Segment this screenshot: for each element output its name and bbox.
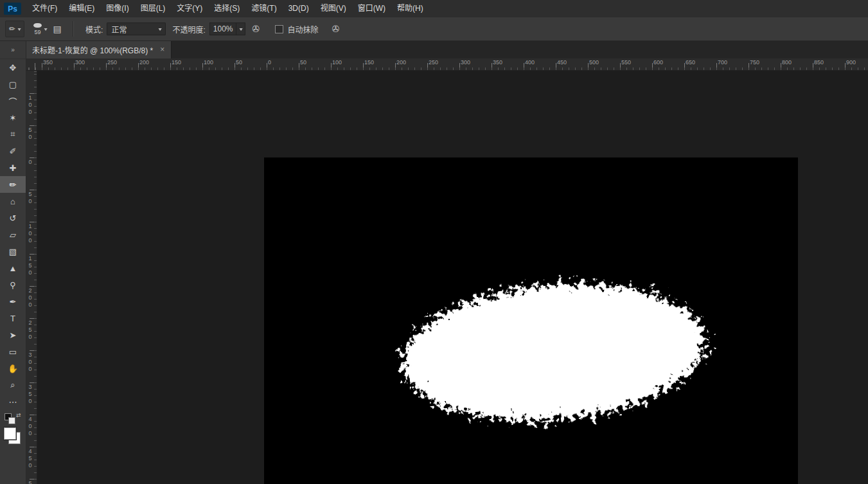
- hruler-label: 900: [846, 59, 856, 66]
- tools-panel: » ✥▢⌒✶⌗✐✚✏⌂↺▱▧▲⚲✒T➤▭✋⌕⋯ ⇄: [0, 40, 26, 484]
- auto-erase-label: 自动抹除: [287, 24, 318, 35]
- hruler-label: 250: [429, 59, 438, 66]
- clone-stamp-tool[interactable]: ⌂: [0, 193, 26, 210]
- vruler-label: 500: [27, 480, 33, 484]
- photoshop-logo: Ps: [4, 3, 21, 15]
- opacity-label: 不透明度:: [172, 24, 205, 35]
- gradient-tool[interactable]: ▧: [0, 243, 26, 260]
- horizontal-ruler[interactable]: 3503002502001501005005010015020025030035…: [26, 58, 868, 71]
- document-tab-bar: 未标题-1-恢复的 @ 100%(RGB/8) * ×: [26, 40, 868, 58]
- menu-item[interactable]: 图层(L): [135, 0, 172, 17]
- eraser-tool[interactable]: ▱: [0, 226, 26, 243]
- history-brush-tool[interactable]: ↺: [0, 210, 26, 226]
- vruler-label: 350: [27, 384, 33, 405]
- vruler-label: 100: [27, 223, 33, 244]
- path-selection-tool[interactable]: ➤: [0, 327, 26, 343]
- blur-tool[interactable]: ▲: [0, 260, 26, 276]
- menu-item[interactable]: 文字(Y): [171, 0, 208, 17]
- opacity-dropdown-button[interactable]: ▾: [236, 22, 245, 35]
- menu-item[interactable]: 图像(I): [100, 0, 134, 17]
- edit-toolbar-button[interactable]: ⋯: [0, 393, 26, 410]
- vruler-label: 150: [27, 255, 33, 276]
- vruler-label: 50: [27, 191, 33, 205]
- close-icon[interactable]: ×: [160, 45, 164, 54]
- painted-blob: [397, 272, 711, 433]
- opacity-input[interactable]: 100%: [209, 22, 237, 35]
- foreground-color-swatch[interactable]: [4, 427, 16, 440]
- collapse-panel-button[interactable]: »: [0, 40, 26, 59]
- hruler-label: 650: [686, 59, 695, 66]
- vertical-ruler[interactable]: 10050050100150200250300350400450500: [26, 70, 37, 484]
- hand-tool[interactable]: ✋: [0, 360, 26, 377]
- chevron-down-icon: ▾: [44, 26, 47, 32]
- color-swatches: [0, 426, 26, 449]
- brush-preview: 59: [33, 23, 42, 35]
- chevron-down-icon: ▾: [159, 26, 162, 32]
- tool-list: ✥▢⌒✶⌗✐✚✏⌂↺▱▧▲⚲✒T➤▭✋⌕⋯: [0, 59, 26, 410]
- vruler-label: 200: [27, 287, 33, 309]
- tool-preset-picker[interactable]: ✏ ▾: [5, 21, 24, 37]
- hruler-label: 350: [43, 59, 53, 66]
- dodge-tool[interactable]: ⚲: [0, 276, 26, 293]
- brush-tip-icon: [33, 23, 42, 28]
- pressure-opacity-button[interactable]: ✇: [247, 21, 264, 37]
- pencil-tool-icon: ✏: [9, 24, 15, 33]
- move-tool[interactable]: ✥: [0, 59, 26, 76]
- crop-tool[interactable]: ⌗: [0, 126, 26, 143]
- hruler-label: 150: [172, 59, 181, 66]
- vruler-label: 450: [27, 448, 33, 469]
- hruler-label: 800: [782, 59, 792, 66]
- menu-item[interactable]: 编辑(E): [63, 0, 100, 17]
- toggle-brush-panel-button[interactable]: ▤: [49, 21, 66, 37]
- tool-options-bar: ✏ ▾ 59 ▾ ▤ 模式: 正常 ▾ 不透明度: 100% ▾ ✇ 自动抹除 …: [0, 17, 868, 41]
- menu-item[interactable]: 视图(V): [315, 0, 352, 17]
- menu-item[interactable]: 滤镜(T): [245, 0, 282, 17]
- document-canvas[interactable]: [264, 157, 798, 484]
- menu-bar: Ps 文件(F)编辑(E)图像(I)图层(L)文字(Y)选择(S)滤镜(T)3D…: [0, 0, 868, 18]
- healing-brush-tool[interactable]: ✚: [0, 159, 26, 176]
- hruler-label: 400: [525, 59, 535, 66]
- vruler-label: 100: [27, 94, 33, 116]
- swap-colors-icon[interactable]: ⇄: [16, 412, 21, 418]
- hruler-label: 850: [814, 59, 824, 66]
- default-background-icon: [8, 417, 15, 424]
- hruler-label: 750: [750, 59, 759, 66]
- mode-label: 模式:: [85, 24, 103, 35]
- hruler-label: 600: [653, 59, 663, 66]
- document-tab[interactable]: 未标题-1-恢复的 @ 100%(RGB/8) * ×: [26, 40, 172, 58]
- brush-preset-picker[interactable]: 59 ▾: [33, 23, 47, 35]
- menu-item[interactable]: 3D(D): [283, 0, 315, 17]
- menu-item[interactable]: 帮助(H): [391, 0, 429, 17]
- hruler-label: 150: [364, 59, 374, 66]
- hruler-label: 100: [204, 59, 213, 66]
- vruler-label: 250: [27, 319, 33, 341]
- blend-mode-value: 正常: [111, 24, 127, 35]
- canvas-viewport[interactable]: 10050050100150200250300350400450500: [26, 70, 868, 484]
- vruler-label: 300: [27, 352, 33, 373]
- menu-item[interactable]: 选择(S): [208, 0, 245, 17]
- zoom-tool[interactable]: ⌕: [0, 377, 26, 393]
- default-colors-widget[interactable]: ⇄: [0, 411, 26, 426]
- shape-tool[interactable]: ▭: [0, 343, 26, 360]
- vruler-label: 0: [27, 159, 33, 166]
- marquee-tool[interactable]: ▢: [0, 76, 26, 93]
- pen-tool[interactable]: ✒: [0, 293, 26, 310]
- brush-size-value: 59: [35, 30, 41, 35]
- type-tool[interactable]: T: [0, 310, 26, 327]
- eyedropper-tool[interactable]: ✐: [0, 143, 26, 159]
- vruler-label: 400: [27, 416, 33, 437]
- canvas-artwork: [264, 157, 798, 484]
- auto-erase-checkbox[interactable]: [275, 25, 283, 33]
- menu-item[interactable]: 窗口(W): [352, 0, 391, 17]
- hruler-label: 700: [718, 59, 727, 66]
- hruler-label: 300: [461, 59, 470, 66]
- airbrush-button[interactable]: ✇: [328, 21, 344, 37]
- blend-mode-select[interactable]: 正常 ▾: [107, 22, 166, 35]
- menu-item[interactable]: 文件(F): [26, 0, 63, 17]
- hruler-label: 50: [300, 59, 306, 66]
- lasso-tool[interactable]: ⌒: [0, 93, 26, 109]
- hruler-label: 550: [621, 59, 631, 66]
- magic-wand-tool[interactable]: ✶: [0, 109, 26, 126]
- hruler-label: 200: [139, 59, 149, 66]
- pencil-tool[interactable]: ✏: [0, 176, 26, 193]
